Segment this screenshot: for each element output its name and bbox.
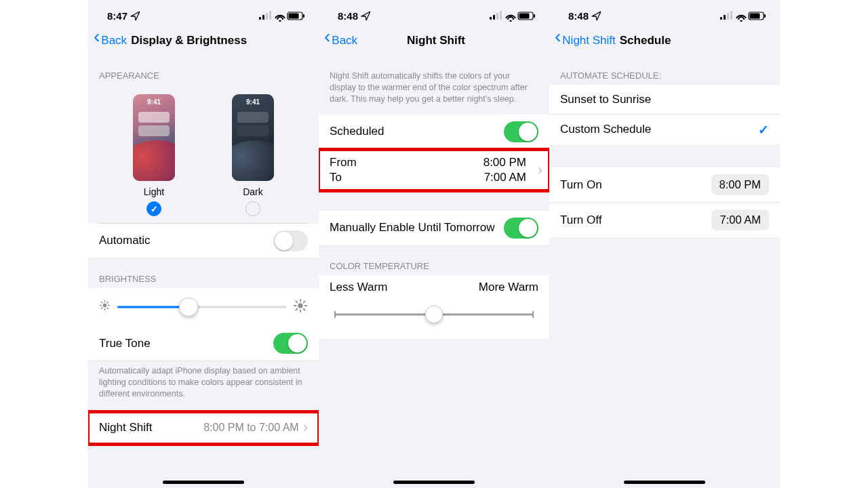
scheduled-label: Scheduled [330, 125, 504, 138]
nav-bar: Night Shift Schedule [549, 26, 780, 56]
true-tone-label: True Tone [99, 337, 273, 350]
light-label: Light [133, 186, 175, 197]
automatic-row: Automatic [88, 224, 319, 259]
to-value: 7:00 AM [484, 171, 526, 184]
sun-min-icon [99, 300, 111, 314]
back-label: Back [332, 34, 357, 47]
true-tone-footer: Automatically adapt iPhone display based… [88, 361, 319, 403]
option-sunset-sunrise[interactable]: Sunset to Sunrise [549, 85, 780, 115]
home-indicator[interactable] [393, 481, 475, 484]
screen-night-shift: 8:48 Back Night Shift Night Shift automa… [319, 0, 549, 488]
screen-display-brightness: 8:47 Back Display & Brightness APPEARANC… [88, 0, 319, 488]
home-indicator[interactable] [624, 481, 705, 484]
status-bar: 8:48 [319, 0, 549, 26]
chevron-left-icon [555, 34, 561, 47]
status-bar: 8:47 [88, 0, 319, 26]
night-shift-label: Night Shift [99, 421, 203, 434]
night-shift-intro: Night Shift automatically shifts the col… [319, 56, 549, 108]
appearance-option-light[interactable]: 9:41 Light [133, 94, 175, 216]
appearance-option-dark[interactable]: 9:41 Dark [232, 94, 274, 216]
status-indicators [720, 10, 768, 22]
more-warm-label: More Warm [479, 281, 538, 294]
chevron-right-icon: › [538, 161, 542, 179]
page-title: Display & Brightness [131, 34, 247, 47]
turn-off-value[interactable]: 7:00 AM [711, 209, 769, 230]
from-value: 8:00 PM [484, 156, 526, 169]
manual-enable-label: Manually Enable Until Tomorrow [330, 221, 504, 235]
automatic-toggle[interactable] [273, 230, 308, 251]
status-time: 8:47 [107, 10, 127, 22]
dark-label: Dark [232, 186, 274, 197]
dark-radio[interactable] [245, 201, 260, 216]
back-label: Night Shift [562, 34, 615, 47]
true-tone-row: True Tone [88, 326, 319, 361]
nav-bar: Back Night Shift [319, 26, 549, 56]
brightness-header: BRIGHTNESS [88, 259, 319, 288]
status-time: 8:48 [338, 10, 358, 22]
status-indicators [259, 10, 307, 22]
nav-bar: Back Display & Brightness [88, 26, 319, 56]
back-label: Back [101, 34, 127, 47]
light-thumbnail: 9:41 [133, 94, 175, 181]
back-button[interactable]: Back [324, 34, 357, 47]
custom-label: Custom Schedule [560, 123, 758, 136]
chevron-right-icon [303, 419, 308, 436]
night-shift-detail: 8:00 PM to 7:00 AM [203, 422, 299, 434]
night-shift-row[interactable]: Night Shift 8:00 PM to 7:00 AM [88, 412, 319, 444]
chevron-left-icon [94, 34, 100, 47]
automate-header: AUTOMATE SCHEDULE: [549, 56, 780, 85]
light-radio[interactable] [146, 201, 161, 216]
schedule-from-to-row[interactable]: From 8:00 PM To 7:00 AM › [319, 150, 549, 190]
sunset-label: Sunset to Sunrise [560, 93, 769, 106]
home-indicator[interactable] [163, 481, 244, 484]
from-label: From [330, 156, 357, 169]
manual-enable-toggle[interactable] [504, 218, 538, 239]
turn-off-label: Turn Off [560, 214, 711, 227]
option-custom-schedule[interactable]: Custom Schedule [549, 115, 780, 144]
true-tone-toggle[interactable] [273, 333, 308, 354]
dark-thumbnail: 9:41 [232, 94, 274, 181]
manual-enable-row: Manually Enable Until Tomorrow [319, 211, 549, 246]
turn-off-row[interactable]: Turn Off 7:00 AM [549, 203, 780, 237]
location-icon [361, 11, 370, 20]
appearance-picker: 9:41 Light 9:41 Dark [88, 85, 319, 223]
less-warm-label: Less Warm [330, 281, 387, 294]
color-temp-header: COLOR TEMPERATURE [319, 246, 549, 275]
turn-on-row[interactable]: Turn On 8:00 PM [549, 167, 780, 203]
turn-on-label: Turn On [560, 178, 711, 192]
back-button[interactable]: Back [94, 34, 127, 47]
chevron-left-icon [324, 34, 330, 47]
status-indicators [490, 10, 537, 22]
status-time: 8:48 [568, 10, 589, 22]
color-temp-slider[interactable] [335, 306, 533, 323]
turn-on-value[interactable]: 8:00 PM [711, 174, 769, 195]
page-title: Schedule [620, 34, 671, 47]
back-button[interactable]: Night Shift [555, 34, 616, 47]
screen-schedule: 8:48 Night Shift Schedule AUTOMATE SCHED… [549, 0, 780, 488]
sun-max-icon [293, 298, 308, 316]
color-temp-row: Less Warm More Warm [319, 275, 549, 339]
automatic-label: Automatic [99, 234, 273, 247]
to-label: To [330, 171, 342, 184]
location-icon [130, 11, 140, 20]
location-icon [591, 11, 601, 20]
appearance-header: APPEARANCE [88, 56, 319, 85]
status-bar: 8:48 [549, 0, 780, 26]
scheduled-row: Scheduled [319, 115, 549, 150]
brightness-slider[interactable] [117, 298, 286, 317]
scheduled-toggle[interactable] [504, 121, 538, 142]
brightness-row [88, 288, 319, 326]
checkmark-icon [758, 122, 769, 138]
